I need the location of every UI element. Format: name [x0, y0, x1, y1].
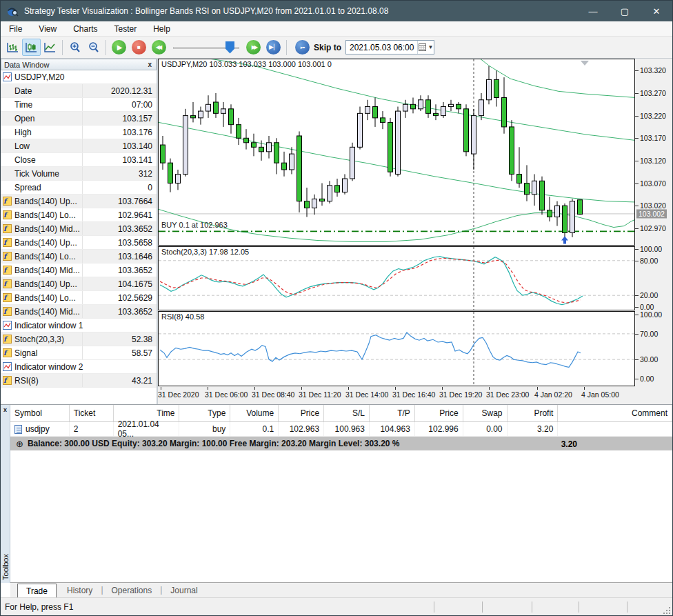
skip-to-date-field[interactable]: 2021.05.03 06:00 ▼	[345, 40, 434, 54]
dw-value: 103.3652	[82, 222, 157, 235]
current-price-badge: 103.002	[636, 210, 667, 219]
expand-icon[interactable]: ⊕	[16, 439, 23, 449]
time-tick	[489, 387, 490, 390]
column-header-type[interactable]: Type	[179, 405, 230, 421]
dw-label: Bands(140) Lo...	[14, 293, 82, 303]
slider-thumb[interactable]	[225, 41, 234, 54]
tab-trade[interactable]: Trade	[17, 584, 57, 598]
function-icon: f	[3, 293, 12, 302]
play-button[interactable]: ▶	[112, 40, 126, 54]
scale-tick	[635, 138, 639, 139]
dw-value: 43.21	[82, 374, 157, 387]
step-forward-button[interactable]: ▶▏	[266, 40, 281, 54]
price-tick-label: 103.120	[640, 157, 666, 165]
minimize-button[interactable]: —	[577, 1, 609, 21]
stoch-pane[interactable]: Stoch(20,3,3) 17.98 12.05	[158, 246, 635, 310]
scale-tick	[635, 70, 639, 71]
data-window-row: Indicator window 2	[1, 360, 157, 374]
candlestick-mode-button[interactable]	[22, 39, 41, 56]
price-tick-label: 103.020	[640, 201, 666, 210]
tab-history[interactable]: History	[59, 584, 101, 597]
maximize-button[interactable]: ▢	[609, 1, 641, 21]
dw-value: 2020.12.31	[82, 84, 157, 97]
dw-label: Low	[14, 141, 82, 151]
menu-file[interactable]: File	[1, 22, 30, 36]
status-bar: For Help, press F1	[1, 597, 672, 616]
tab-journal[interactable]: Journal	[162, 584, 205, 597]
close-button[interactable]: ✕	[641, 1, 672, 21]
calendar-dropdown-button[interactable]: ▼	[417, 41, 434, 54]
dw-label: RSI(8)	[14, 376, 82, 386]
stoch-canvas[interactable]	[159, 247, 634, 310]
trade-cell: 102.996	[415, 422, 463, 436]
svg-text:BUY 0.1 at 102.963: BUY 0.1 at 102.963	[161, 221, 228, 229]
column-header-tp[interactable]: T/P	[370, 405, 415, 421]
column-header-price[interactable]: Price	[279, 405, 324, 421]
main-chart-pane[interactable]: USDJPY,M20 103.033 103.033 103.000 103.0…	[158, 59, 635, 246]
time-label: 31 Dec 08:40	[252, 390, 294, 399]
zoom-out-button[interactable]	[84, 39, 103, 56]
time-label: 31 Dec 14:00	[345, 390, 388, 399]
trade-cell: 2	[70, 422, 114, 436]
column-header-volume[interactable]: Volume	[230, 405, 279, 421]
dw-label: Bands(140) Mid...	[14, 266, 82, 275]
resize-grip[interactable]	[664, 608, 670, 614]
status-separator	[434, 602, 434, 613]
column-header-ticket[interactable]: Ticket	[70, 405, 114, 421]
trade-table: SymbolTicketTimeTypeVolumePriceS/LT/PPri…	[10, 405, 672, 450]
dw-label: Date	[14, 86, 82, 96]
time-label: 31 Dec 23:00	[486, 390, 529, 399]
column-header-price[interactable]: Price	[415, 405, 463, 421]
price-tick-label: 102.970	[640, 224, 666, 232]
chart-area: USDJPY,M20 103.033 103.033 103.000 103.0…	[158, 59, 635, 404]
menu-tester[interactable]: Tester	[106, 22, 145, 36]
toolbox-close-icon[interactable]: x	[1, 406, 10, 413]
rsi-pane[interactable]: RSI(8) 40.58	[158, 311, 635, 386]
dw-label: Bands(140) Mid...	[14, 224, 82, 234]
scale-tick	[635, 161, 639, 161]
speed-slider[interactable]	[173, 41, 239, 54]
column-header-comment[interactable]: Comment	[558, 405, 672, 421]
zoom-in-button[interactable]	[66, 39, 84, 56]
trade-cell: 3.20	[508, 422, 559, 436]
dw-value: 103.141	[82, 153, 157, 166]
function-icon: f	[3, 210, 12, 219]
menu-view[interactable]: View	[30, 22, 65, 36]
rsi-canvas[interactable]	[159, 312, 634, 386]
tab-operations[interactable]: Operations	[103, 584, 161, 597]
scale-tick	[635, 249, 639, 250]
column-header-profit[interactable]: Profit	[508, 405, 559, 421]
dw-value: 104.1675	[82, 277, 157, 290]
column-header-symbol[interactable]: Symbol	[10, 405, 70, 421]
menu-help[interactable]: Help	[145, 22, 179, 36]
dw-value: 103.140	[82, 139, 157, 152]
calendar-icon	[419, 43, 426, 51]
time-tick	[254, 387, 255, 390]
trade-row[interactable]: usdjpy22021.01.04 05...buy0.1102.963100.…	[10, 422, 672, 437]
fast-forward-button[interactable]: ▶▶	[246, 40, 261, 54]
data-window-close-icon[interactable]: x	[146, 61, 153, 68]
line-chart-mode-button[interactable]	[41, 39, 59, 56]
data-window-rows: USDJPY,M20Date2020.12.31Time07:00Open103…	[1, 70, 157, 388]
main-chart-canvas[interactable]: BUY 0.1 at 102.963	[159, 59, 634, 245]
rewind-button[interactable]: ◀◀	[152, 40, 166, 54]
stop-button[interactable]: ■	[132, 40, 146, 54]
chart-window-icon	[3, 72, 12, 81]
dw-label: Tick Volume	[14, 169, 82, 179]
scale-tick	[635, 307, 639, 308]
skip-to-date-value[interactable]: 2021.05.03 06:00	[346, 43, 417, 52]
data-window-row: fBands(140) Up...103.7664	[1, 195, 157, 208]
toolbar-separator	[286, 40, 287, 55]
dw-label: Stoch(20,3,3)	[14, 335, 82, 344]
bar-chart-mode-button[interactable]	[3, 39, 22, 56]
dw-value: 103.5658	[82, 236, 157, 249]
column-header-swap[interactable]: Swap	[463, 405, 508, 421]
column-header-sl[interactable]: S/L	[324, 405, 370, 421]
trade-cell: 0.00	[463, 422, 508, 436]
toolbox-panel: x Toolbox SymbolTicketTimeTypeVolumePric…	[1, 404, 672, 597]
skip-to-icon[interactable]: ▸▪▪	[295, 40, 310, 54]
dw-label: Indicator window 2	[14, 362, 157, 372]
scale-tick	[635, 359, 639, 360]
time-tick	[442, 387, 443, 390]
menu-charts[interactable]: Charts	[65, 22, 106, 36]
